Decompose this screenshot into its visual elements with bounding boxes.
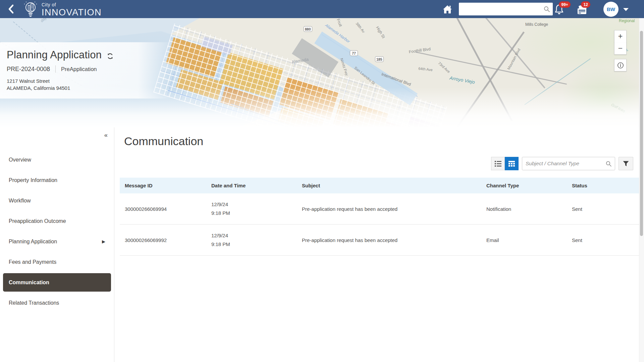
record-summary-card: Planning Application PRE-2024-0008 PreAp… xyxy=(0,42,172,99)
back-button[interactable] xyxy=(5,3,17,15)
back-chevron-icon xyxy=(7,4,15,14)
column-header-message-id[interactable]: Message ID xyxy=(125,183,211,188)
city-logo: City of INNOVATION xyxy=(23,1,102,18)
table-search-box xyxy=(522,157,615,170)
filter-button[interactable] xyxy=(619,157,633,170)
map-label: Mills College xyxy=(525,22,548,27)
logo-line1: City of xyxy=(42,2,102,7)
search-icon xyxy=(543,6,550,12)
map-label: 38th Av xyxy=(355,21,366,34)
map-label: Fruit xyxy=(336,18,343,27)
user-menu-caret-icon[interactable] xyxy=(623,8,629,11)
cell-message-id: 300000266069992 xyxy=(125,237,211,243)
cell-status: Sent xyxy=(572,237,639,243)
sidebar-nav: Overview ▶ Property Information ▶ Workfl… xyxy=(0,149,114,313)
payments-badge: 12 xyxy=(581,1,590,8)
sidebar-item-label: Related Transactions xyxy=(9,300,59,306)
highway-shield: 77 xyxy=(350,50,358,56)
sidebar-item-overview[interactable]: Overview ▶ xyxy=(0,149,114,170)
lightbulb-logo-icon xyxy=(23,1,38,18)
logo-line2: INNOVATION xyxy=(42,7,102,18)
cell-date-time: 12/9/24 9:18 PM xyxy=(211,200,302,218)
home-icon xyxy=(442,5,452,14)
map-info-button[interactable] xyxy=(614,59,627,71)
record-id: PRE-2024-0008 xyxy=(7,66,50,73)
info-icon xyxy=(617,62,624,69)
map-label: High St xyxy=(375,25,386,39)
collapse-sidebar-button[interactable]: « xyxy=(104,131,107,139)
map-header[interactable]: day FryAlameda HarborFruit38th AvHigh St… xyxy=(0,18,644,127)
sidebar-item-workflow[interactable]: Workflow ▶ xyxy=(0,190,114,211)
map-zoom-out-button[interactable]: − xyxy=(614,42,627,55)
cell-channel-type: Notification xyxy=(486,206,572,212)
sidebar-item-property-information[interactable]: Property Information ▶ xyxy=(0,170,114,190)
map-label: 64th Ave xyxy=(418,66,433,72)
sidebar-item-fees-and-payments[interactable]: Fees and Payments ▶ xyxy=(0,252,114,272)
zoning-block xyxy=(166,37,222,77)
filter-funnel-icon xyxy=(623,161,629,167)
date-text: 12/9/24 xyxy=(211,200,302,209)
column-header-date-time[interactable]: Date and Time xyxy=(211,183,302,188)
highway-shield: 185 xyxy=(375,56,384,62)
column-header-subject[interactable]: Subject xyxy=(302,183,486,188)
table-search-input[interactable] xyxy=(526,157,601,170)
highway-shield: 880 xyxy=(304,26,312,32)
chevron-right-icon: ▶ xyxy=(102,239,105,244)
page-title: Communication xyxy=(124,135,203,148)
global-search-input[interactable] xyxy=(462,3,541,15)
sidebar-item-label: Planning Application xyxy=(9,239,57,245)
logo-text: City of INNOVATION xyxy=(42,2,102,18)
list-view-icon xyxy=(495,161,501,167)
record-address: 1217 Walnut Street ALAMEDA, California 9… xyxy=(7,77,172,92)
grid-view-button[interactable] xyxy=(505,157,519,170)
sidebar-item-preapplication-outcome[interactable]: Preapplication Outcome ▶ xyxy=(0,211,114,231)
payments-button[interactable]: 12 xyxy=(576,4,588,16)
meta-divider xyxy=(55,65,56,73)
main-content: Communication xyxy=(114,127,644,362)
time-text: 9:18 PM xyxy=(211,209,302,218)
cell-date-time: 12/9/24 9:18 PM xyxy=(211,231,302,249)
sidebar-item-label: Communication xyxy=(9,280,49,286)
map-zoom-in-button[interactable]: + xyxy=(614,30,627,43)
table-row[interactable]: 300000266069992 12/9/24 9:18 PM Pre-appl… xyxy=(120,225,639,256)
cell-channel-type: Email xyxy=(486,237,572,243)
cell-subject: Pre-application request has been accepte… xyxy=(302,237,486,243)
address-line2: ALAMEDA, California 94501 xyxy=(7,84,172,92)
map-label: Regional xyxy=(619,18,635,23)
table-body: 300000266069994 12/9/24 9:18 PM Pre-appl… xyxy=(120,193,639,256)
column-header-status[interactable]: Status xyxy=(572,183,639,188)
cell-message-id: 300000266069994 xyxy=(125,206,211,212)
communication-table: Message ID Date and Time Subject Channel… xyxy=(120,178,639,256)
sidebar-item-planning-application[interactable]: Planning Application ▶ xyxy=(0,231,114,252)
sidebar-item-label: Property Information xyxy=(9,177,57,183)
refresh-icon[interactable] xyxy=(107,53,113,59)
table-toolbar xyxy=(491,157,633,170)
search-icon xyxy=(605,161,612,167)
notifications-button[interactable]: 99+ xyxy=(554,4,566,16)
column-header-channel-type[interactable]: Channel Type xyxy=(486,183,572,188)
sidebar-item-label: Fees and Payments xyxy=(9,259,56,265)
sidebar-item-communication[interactable]: Communication ▶ xyxy=(3,273,111,292)
top-navigation-bar: City of INNOVATION 99 xyxy=(0,0,644,18)
cell-subject: Pre-application request has been accepte… xyxy=(302,206,486,212)
zoning-block xyxy=(201,37,233,55)
record-title: Planning Application xyxy=(7,49,102,61)
scrollbar-thumb[interactable] xyxy=(640,31,643,236)
global-search-box xyxy=(459,3,553,15)
sidebar-item-label: Preapplication Outcome xyxy=(9,218,66,224)
map-label: 73rd Ave xyxy=(437,61,451,74)
notifications-badge: 99+ xyxy=(559,1,571,8)
sidebar-item-label: Workflow xyxy=(9,198,31,204)
scrollbar-track[interactable] xyxy=(639,18,644,362)
map-label: Arroyo Viejo xyxy=(449,75,475,85)
home-button[interactable] xyxy=(442,4,453,15)
application-window: City of INNOVATION 99 xyxy=(0,0,644,362)
grid-view-icon xyxy=(508,161,515,167)
list-view-button[interactable] xyxy=(491,157,505,170)
cell-status: Sent xyxy=(572,206,639,212)
record-type: PreApplication xyxy=(61,66,97,72)
sidebar-item-related-transactions[interactable]: Related Transactions ▶ xyxy=(0,293,114,313)
table-row[interactable]: 300000266069994 12/9/24 9:18 PM Pre-appl… xyxy=(120,193,639,225)
user-avatar[interactable]: BW xyxy=(603,2,619,17)
address-line1: 1217 Walnut Street xyxy=(7,77,172,84)
